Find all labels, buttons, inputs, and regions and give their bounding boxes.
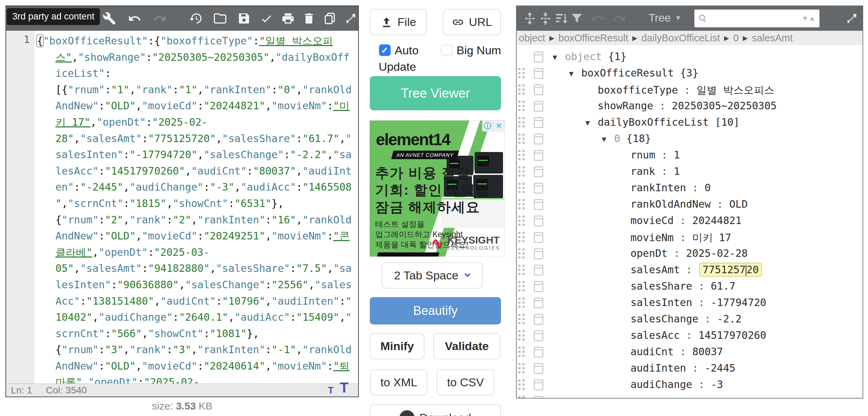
tree-row[interactable]: openDt : 2025-02-28 — [517, 246, 863, 262]
to-csv-button[interactable]: to CSV — [436, 369, 494, 396]
drag-handle-icon[interactable] — [518, 265, 527, 276]
tree-value[interactable]: 1 — [674, 165, 680, 177]
tree-value[interactable]: OLD — [729, 198, 748, 210]
tree-row[interactable]: rankOldAndNew : OLD — [517, 196, 863, 213]
tree-row[interactable]: movieNm : 미키 17 — [517, 229, 863, 246]
node-type-icon[interactable] — [534, 281, 543, 292]
breadcrumb-item[interactable]: boxOfficeResult — [558, 32, 628, 44]
drag-handle-icon[interactable] — [518, 84, 527, 96]
drag-handle-icon[interactable] — [518, 232, 527, 244]
drag-handle-icon[interactable] — [518, 68, 527, 80]
tree-value[interactable]: 14517970260 — [699, 329, 767, 341]
tree-value[interactable]: 2025-02-28 — [686, 247, 748, 259]
tree-key-value[interactable]: salesChange : -2.2 — [630, 313, 742, 325]
node-type-icon[interactable] — [534, 52, 543, 63]
view-mode-select[interactable]: Tree▼ — [649, 12, 681, 24]
breadcrumb-item[interactable]: object — [519, 32, 545, 44]
node-type-icon[interactable] — [534, 166, 543, 177]
font-size-small-icon[interactable]: T — [328, 385, 334, 396]
tree-key-value[interactable]: 0 {18} — [614, 133, 651, 144]
tree-row[interactable]: ▼dailyBoxOfficeList [10] — [517, 114, 863, 131]
validate-check-icon[interactable] — [260, 12, 273, 25]
breadcrumb-item[interactable]: salesAmt — [752, 32, 792, 44]
save-icon[interactable] — [237, 12, 251, 25]
redo-icon[interactable] — [153, 12, 167, 25]
collapse-triangle-icon[interactable]: ▼ — [585, 119, 590, 127]
tree-key-value[interactable]: dailyBoxOfficeList [10] — [598, 116, 740, 128]
tree-key-value[interactable]: movieNm : 미키 17 — [630, 231, 731, 245]
tree-row[interactable]: audiInten : -2445 — [517, 360, 863, 377]
drag-handle-icon[interactable] — [518, 134, 527, 145]
file-upload-button[interactable]: File — [370, 9, 427, 35]
tree-key-value[interactable]: rankOldAndNew : OLD — [630, 198, 748, 210]
drag-handle-icon[interactable] — [518, 396, 527, 399]
drag-handle-icon[interactable] — [518, 330, 527, 342]
collapse-triangle-icon[interactable]: ▼ — [602, 135, 606, 143]
drag-handle-icon[interactable] — [518, 281, 527, 293]
collapse-triangle-icon[interactable]: ▼ — [569, 69, 573, 78]
node-type-icon[interactable] — [534, 84, 543, 95]
url-load-button[interactable]: URL — [443, 9, 501, 35]
fullscreen-expand-icon[interactable] — [344, 12, 357, 25]
breadcrumb-item[interactable]: 0 — [733, 32, 738, 44]
tree-undo-icon[interactable] — [591, 12, 604, 25]
tree-key-value[interactable]: audiInten : -2445 — [630, 362, 735, 374]
ad-cta-button[interactable]: 더 알아보기 — [374, 252, 439, 257]
tree-value[interactable]: 20250305~20250305 — [672, 100, 777, 112]
node-type-icon[interactable] — [534, 265, 543, 276]
tree-value[interactable]: -2.2 — [717, 313, 742, 325]
node-type-icon[interactable] — [534, 396, 543, 399]
history-icon[interactable] — [189, 12, 203, 25]
font-size-large-icon[interactable]: T — [340, 379, 349, 396]
drag-handle-icon[interactable] — [518, 117, 527, 129]
tree-row[interactable]: audiCnt : 80037 — [517, 344, 863, 360]
drag-handle-icon[interactable] — [518, 101, 527, 112]
open-folder-icon[interactable] — [213, 12, 227, 25]
tree-key-value[interactable]: rnum : 1 — [630, 149, 680, 161]
tree-key-value[interactable]: movieCd : 20244821 — [630, 214, 742, 226]
node-type-icon[interactable] — [534, 68, 543, 79]
tree-row[interactable]: ▼object {1} — [517, 49, 863, 65]
tree-search-input[interactable]: ▼▲ — [694, 10, 819, 27]
minify-button[interactable]: Minify — [370, 333, 424, 359]
big-num-checkbox[interactable] — [441, 44, 452, 56]
tree-row[interactable]: ▼boxOfficeResult {3} — [517, 65, 863, 82]
tree-row[interactable]: boxofficeType : 일별 박스오피스 — [517, 82, 863, 98]
to-xml-button[interactable]: to XML — [370, 369, 428, 396]
tree-value[interactable]: 1 — [674, 149, 680, 161]
advertisement[interactable]: element14 AN AVNET COMPANY 추가 비용 절감 기회: … — [369, 120, 505, 257]
tree-key-value[interactable]: openDt : 2025-02-28 — [630, 247, 748, 259]
tree-row[interactable]: rankInten : 0 — [517, 180, 863, 196]
validate-button[interactable]: Validate — [433, 333, 500, 359]
tree-key-value[interactable]: salesAcc : 14517970260 — [630, 329, 766, 341]
code-editor[interactable]: 1 {"boxOfficeResult":{"boxofficeType":"일… — [6, 31, 358, 385]
search-prev-next-icons[interactable]: ▼▲ — [802, 15, 816, 22]
tree-row[interactable]: rnum : 1 — [517, 147, 863, 164]
tree-value[interactable]: 0 — [705, 182, 711, 194]
tree-row[interactable]: movieCd : 20244821 — [517, 213, 863, 229]
tab-space-select[interactable]: 2 Tab Space — [382, 262, 483, 289]
tree-row[interactable]: salesChange : -2.2 — [517, 311, 863, 328]
drag-handle-icon[interactable] — [518, 216, 527, 227]
auto-update-checkbox[interactable]: ✓ — [379, 44, 391, 56]
tree-value[interactable]: 미키 17 — [692, 232, 731, 244]
tree-key-value[interactable]: salesAmt : 775125720 — [630, 264, 762, 276]
drag-handle-icon[interactable] — [518, 166, 527, 178]
collapse-triangle-icon[interactable]: ▼ — [553, 53, 557, 61]
tree-value[interactable]: 일별 박스오피스 — [696, 84, 774, 96]
filter-funnel-icon[interactable] — [570, 12, 584, 25]
tree-key-value[interactable]: salesShare : 61.7 — [630, 280, 735, 292]
sort-icon[interactable] — [554, 12, 568, 25]
tree-key-value[interactable]: rankInten : 0 — [630, 182, 711, 194]
tree-row[interactable]: ▼0 {18} — [517, 131, 863, 147]
drag-handle-icon[interactable] — [518, 363, 527, 375]
node-type-icon[interactable] — [534, 199, 543, 210]
drag-handle-icon[interactable] — [518, 297, 527, 309]
delete-trash-icon[interactable] — [302, 12, 316, 25]
tree-value[interactable]: 80037 — [692, 346, 723, 358]
tree-value[interactable]: -3 — [711, 378, 723, 390]
tree-row[interactable]: audiChange : -3 — [517, 377, 863, 393]
tree-key-value[interactable]: audiCnt : 80037 — [630, 346, 723, 358]
tree-redo-icon[interactable] — [612, 12, 626, 25]
tree-key-value[interactable]: boxOfficeResult {3} — [581, 67, 699, 79]
